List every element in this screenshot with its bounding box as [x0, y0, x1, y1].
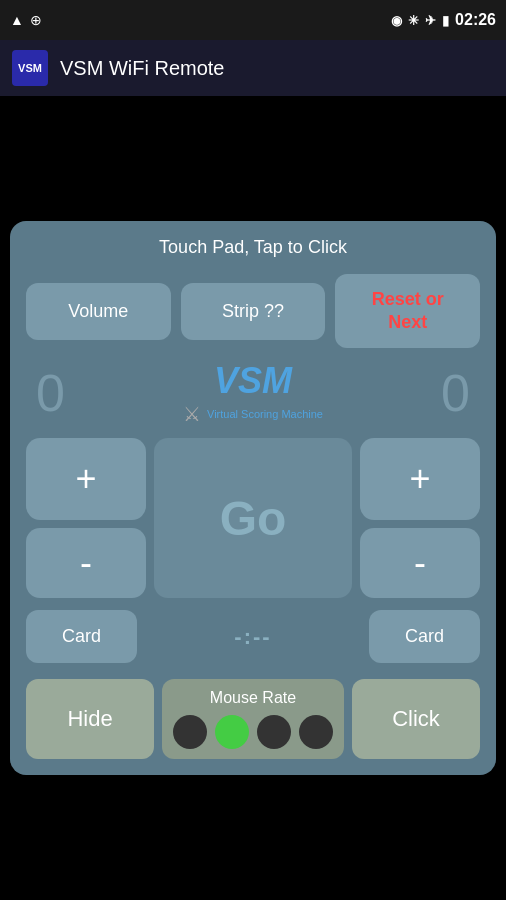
mouse-rate-dot-1[interactable] [173, 715, 207, 749]
status-left-icons: ▲ ⊕ [10, 12, 42, 28]
mouse-rate-dot-4[interactable] [299, 715, 333, 749]
content-area: Touch Pad, Tap to Click Volume Strip ?? … [0, 96, 506, 900]
plus-right-button[interactable]: + [360, 438, 480, 520]
click-button[interactable]: Click [352, 679, 480, 759]
app-bar: VSM VSM WiFi Remote [0, 40, 506, 96]
eye-icon: ◉ [391, 13, 402, 28]
score-right: 0 [441, 363, 470, 423]
vsm-logo-text: VSM [214, 360, 292, 402]
score-row: 0 VSM ⚔ Virtual Scoring Machine 0 [26, 360, 480, 426]
minus-left-button[interactable]: - [26, 528, 146, 598]
clock-display: 02:26 [455, 11, 496, 29]
mouse-rate-dot-3[interactable] [257, 715, 291, 749]
vsm-tagline: Virtual Scoring Machine [207, 408, 323, 420]
app-logo: VSM [12, 50, 48, 86]
plus-left-button[interactable]: + [26, 438, 146, 520]
mouse-rate-dot-2[interactable] [215, 715, 249, 749]
status-right-icons: ◉ ✳ ✈ ▮ 02:26 [391, 11, 496, 29]
strip-button[interactable]: Strip ?? [181, 283, 326, 340]
bluetooth-icon: ✳ [408, 13, 419, 28]
score-left: 0 [36, 363, 65, 423]
mouse-rate-label: Mouse Rate [210, 689, 296, 707]
signal-icon: ▲ [10, 12, 24, 28]
sword-icon: ⚔ [183, 402, 201, 426]
volume-button[interactable]: Volume [26, 283, 171, 340]
controls-grid: + Go + - - [26, 438, 480, 598]
main-panel: Touch Pad, Tap to Click Volume Strip ?? … [10, 221, 496, 776]
vsm-sub: ⚔ Virtual Scoring Machine [183, 402, 323, 426]
airplane-icon: ✈ [425, 13, 436, 28]
touchpad-label: Touch Pad, Tap to Click [26, 237, 480, 258]
battery-icon: ▮ [442, 13, 449, 28]
card-left-button[interactable]: Card [26, 610, 137, 663]
mouse-rate-area: Mouse Rate [162, 679, 344, 759]
reset-button[interactable]: Reset orNext [335, 274, 480, 349]
app-title: VSM WiFi Remote [60, 57, 224, 80]
vsm-logo: VSM ⚔ Virtual Scoring Machine [183, 360, 323, 426]
top-buttons-row: Volume Strip ?? Reset orNext [26, 274, 480, 349]
bottom-controls: Hide Mouse Rate Click [26, 679, 480, 759]
minus-right-button[interactable]: - [360, 528, 480, 598]
status-bar: ▲ ⊕ ◉ ✳ ✈ ▮ 02:26 [0, 0, 506, 40]
hide-button[interactable]: Hide [26, 679, 154, 759]
wifi-icon: ⊕ [30, 12, 42, 28]
card-right-button[interactable]: Card [369, 610, 480, 663]
mouse-rate-dots [173, 715, 333, 749]
card-row: Card -:-- Card [26, 610, 480, 663]
timer-display: -:-- [234, 624, 271, 650]
go-button[interactable]: Go [154, 438, 352, 598]
